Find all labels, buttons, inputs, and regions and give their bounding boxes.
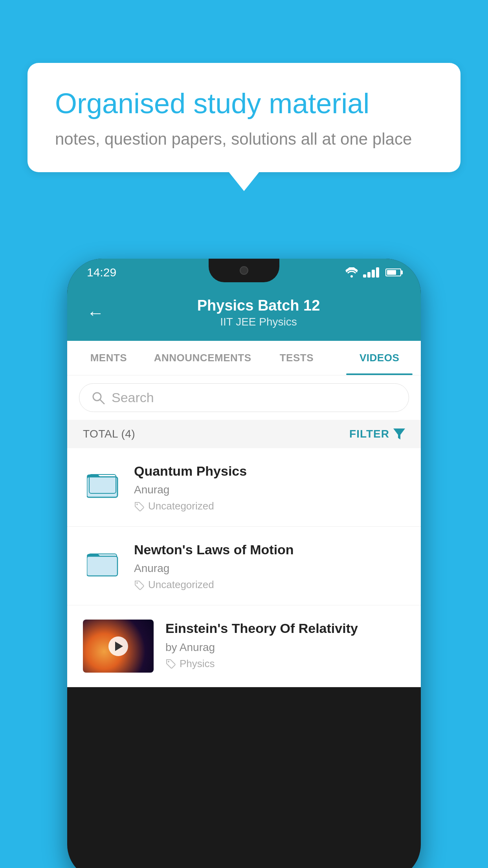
filter-button[interactable]: FILTER [349, 428, 405, 440]
total-count: TOTAL (4) [83, 428, 135, 440]
play-button[interactable] [108, 636, 128, 656]
svg-point-10 [136, 582, 138, 584]
video-author: Anurag [134, 562, 405, 575]
speech-bubble-title: Organised study material [55, 86, 433, 120]
list-item[interactable]: Quantum Physics Anurag Uncategorized [67, 448, 421, 527]
video-tag: Uncategorized [134, 579, 405, 591]
speech-bubble-section: Organised study material notes, question… [28, 63, 460, 191]
video-author: Anurag [134, 484, 405, 496]
status-bar: 14:29 [67, 259, 421, 286]
video-title: Newton's Laws of Motion [134, 541, 405, 558]
video-list: Quantum Physics Anurag Uncategorized [67, 448, 421, 687]
tabs-bar: MENTS ANNOUNCEMENTS TESTS VIDEOS [67, 341, 421, 375]
video-tag: Uncategorized [134, 500, 405, 512]
folder-icon-wrapper [83, 544, 122, 583]
signal-bar-4 [376, 267, 379, 278]
tag-icon [134, 580, 144, 590]
speech-bubble-card: Organised study material notes, question… [28, 63, 460, 172]
search-bar[interactable]: Search [79, 383, 409, 412]
svg-point-7 [136, 504, 138, 505]
video-tag: Physics [165, 658, 405, 670]
list-item[interactable]: Einstein's Theory Of Relativity by Anura… [67, 605, 421, 687]
search-placeholder: Search [112, 390, 154, 405]
status-time: 14:29 [87, 266, 116, 279]
signal-bar-2 [367, 272, 371, 278]
svg-point-0 [350, 275, 353, 278]
video-author: by Anurag [165, 641, 405, 654]
folder-icon [87, 548, 118, 579]
video-info: Newton's Laws of Motion Anurag Uncategor… [134, 541, 405, 591]
wifi-icon [345, 267, 358, 278]
battery-icon [385, 268, 401, 276]
svg-marker-3 [393, 428, 405, 440]
video-info: Quantum Physics Anurag Uncategorized [134, 462, 405, 512]
tab-announcements[interactable]: ANNOUNCEMENTS [150, 341, 255, 375]
video-thumbnail [83, 620, 154, 673]
video-title: Quantum Physics [134, 462, 405, 480]
play-triangle [115, 642, 123, 651]
search-container: Search [67, 375, 421, 420]
video-info: Einstein's Theory Of Relativity by Anura… [165, 620, 405, 669]
battery-fill [387, 270, 396, 275]
notch [209, 259, 279, 282]
header-title: Physics Batch 12 [116, 297, 401, 314]
tag-icon [134, 501, 144, 511]
filter-bar: TOTAL (4) FILTER [67, 420, 421, 448]
video-title: Einstein's Theory Of Relativity [165, 620, 405, 637]
speech-bubble-subtitle: notes, question papers, solutions all at… [55, 130, 433, 149]
svg-rect-9 [87, 556, 117, 576]
app-header: ← Physics Batch 12 IIT JEE Physics [67, 286, 421, 341]
back-button[interactable]: ← [87, 303, 104, 323]
folder-icon-wrapper [83, 465, 122, 505]
phone-frame: 14:29 ← [67, 259, 421, 868]
status-icons [345, 267, 401, 278]
filter-icon [393, 428, 405, 440]
signal-bars [363, 267, 379, 278]
header-subtitle: IIT JEE Physics [116, 316, 401, 328]
tab-videos[interactable]: VIDEOS [338, 341, 421, 375]
tab-ments[interactable]: MENTS [67, 341, 150, 375]
signal-bar-3 [372, 270, 375, 278]
svg-rect-4 [87, 477, 117, 497]
camera-dot [240, 266, 248, 275]
svg-line-2 [100, 400, 104, 404]
search-icon [91, 391, 105, 405]
svg-point-11 [168, 661, 169, 662]
tag-icon [165, 658, 176, 669]
speech-bubble-arrow [228, 171, 260, 191]
signal-bar-1 [363, 274, 366, 278]
header-title-area: Physics Batch 12 IIT JEE Physics [116, 297, 401, 328]
folder-icon [87, 469, 118, 501]
tab-tests[interactable]: TESTS [255, 341, 338, 375]
list-item[interactable]: Newton's Laws of Motion Anurag Uncategor… [67, 527, 421, 605]
